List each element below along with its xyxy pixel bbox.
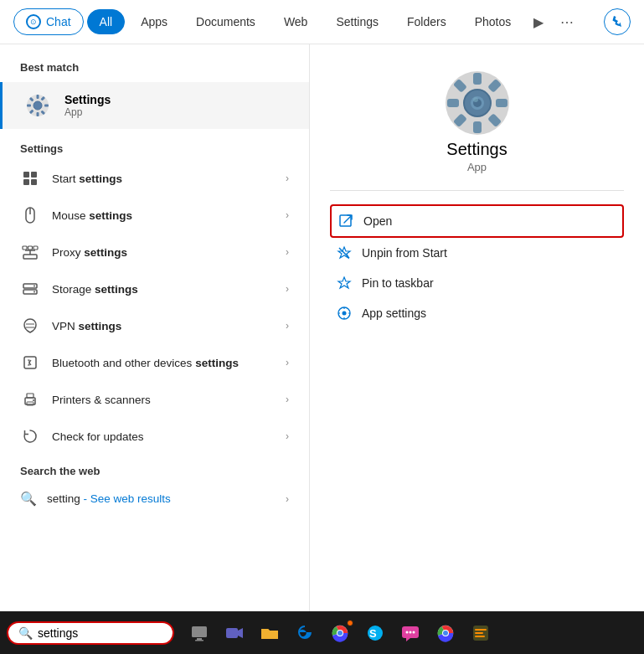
svg-rect-55 [195, 640, 204, 641]
list-item[interactable]: Check for updates › [0, 418, 309, 455]
svg-rect-2 [37, 95, 39, 99]
open-action[interactable]: Open [330, 204, 624, 238]
web-tab-label: Web [284, 15, 308, 28]
svg-point-65 [406, 631, 409, 633]
taskbar-chrome-icon[interactable] [430, 618, 461, 648]
chevron-icon: › [286, 394, 289, 405]
list-item[interactable]: Start settings › [0, 160, 309, 197]
svg-rect-56 [226, 628, 238, 638]
taskbar-edge-icon[interactable] [290, 618, 320, 648]
list-item[interactable]: Storage settings › [0, 270, 309, 307]
best-match-text: Settings App [64, 93, 111, 118]
tab-folders[interactable]: Folders [394, 9, 459, 34]
taskbar-videocall-icon[interactable] [219, 618, 250, 648]
chevron-icon: › [286, 357, 289, 368]
taskbar-desktop-icon[interactable] [184, 618, 214, 648]
search-web-title: Search the web [20, 465, 289, 477]
chevron-icon: › [286, 283, 289, 295]
svg-rect-33 [473, 121, 482, 133]
svg-rect-10 [23, 172, 29, 178]
settings-tab-label: Settings [336, 15, 379, 28]
unpin-start-action[interactable]: Unpin from Start [330, 238, 624, 268]
proxy-settings-icon [20, 242, 40, 262]
open-icon [337, 214, 355, 229]
tab-settings[interactable]: Settings [323, 9, 391, 34]
taskbar: 🔍 settings [0, 611, 644, 654]
unpin-icon [335, 245, 353, 260]
chevron-icon: › [286, 320, 289, 332]
folders-tab-label: Folders [407, 15, 446, 28]
nav-tabs: ⊙ Chat All Apps Documents Web Settings F… [0, 0, 644, 44]
tab-chat[interactable]: ⊙ Chat [13, 8, 84, 35]
web-search-query: setting [47, 492, 80, 505]
list-item[interactable]: Printers & scanners › [0, 381, 309, 418]
list-item-label: Check for updates [52, 430, 274, 443]
chevron-icon: › [286, 209, 289, 221]
svg-rect-32 [473, 73, 482, 85]
pin-taskbar-label: Pin to taskbar [362, 276, 434, 290]
svg-rect-16 [23, 255, 37, 259]
app-settings-action[interactable]: App settings [330, 298, 624, 328]
taskbar-folder-icon[interactable] [255, 618, 285, 648]
svg-rect-21 [33, 246, 38, 250]
taskbar-skype-icon[interactable]: S [360, 618, 390, 648]
svg-point-70 [443, 631, 448, 636]
taskbar-chat-icon[interactable] [395, 618, 425, 648]
more-button[interactable]: ⋯ [554, 9, 580, 35]
best-match-item[interactable]: Settings App [0, 82, 309, 129]
tab-documents[interactable]: Documents [183, 9, 268, 34]
bluetooth-settings-icon [20, 353, 40, 373]
svg-rect-5 [44, 105, 49, 107]
svg-point-30 [33, 399, 34, 401]
apps-tab-label: Apps [141, 15, 167, 28]
taskbar-sublime-icon[interactable] [466, 618, 496, 648]
svg-point-25 [33, 291, 35, 293]
svg-rect-26 [24, 357, 36, 368]
svg-rect-20 [28, 246, 33, 250]
update-icon [20, 426, 40, 446]
web-search-item[interactable]: 🔍 setting - See web results › [20, 482, 289, 515]
svg-marker-64 [406, 638, 410, 641]
content-area: Best match [0, 44, 644, 611]
tab-web[interactable]: Web [271, 9, 321, 34]
chat-tab-label: Chat [46, 15, 71, 28]
photos-tab-label: Photos [475, 15, 512, 28]
action-list: Open Unpin from Start [330, 204, 624, 328]
vpn-settings-icon [20, 316, 40, 336]
open-label: Open [363, 214, 392, 228]
svg-point-43 [473, 97, 478, 102]
play-button[interactable]: ▶ [527, 9, 550, 35]
svg-rect-19 [23, 246, 27, 250]
best-match-name: Settings [64, 93, 111, 106]
pin-taskbar-action[interactable]: Pin to taskbar [330, 268, 624, 298]
left-panel: Best match [0, 44, 310, 611]
svg-point-60 [337, 631, 343, 636]
list-item[interactable]: Proxy settings › [0, 234, 309, 270]
best-match-type: App [64, 106, 111, 118]
taskbar-icons: S [184, 618, 496, 648]
tab-photos[interactable]: Photos [462, 9, 524, 34]
svg-line-45 [344, 216, 351, 223]
svg-rect-54 [197, 638, 202, 640]
bing-icon[interactable] [604, 8, 631, 35]
svg-rect-53 [192, 626, 207, 637]
notification-badge [347, 620, 353, 626]
best-match-title: Best match [0, 58, 309, 82]
svg-text:S: S [369, 627, 377, 640]
svg-point-24 [33, 286, 35, 287]
tab-apps[interactable]: Apps [128, 9, 180, 34]
search-panel: ⊙ Chat All Apps Documents Web Settings F… [0, 0, 644, 611]
storage-settings-icon [20, 279, 40, 299]
list-item[interactable]: Bluetooth and other devices settings › [0, 344, 309, 381]
list-item-label: Printers & scanners [52, 394, 274, 406]
mouse-settings-icon [20, 205, 40, 225]
tab-all[interactable]: All [87, 9, 126, 34]
list-item[interactable]: VPN settings › [0, 307, 309, 344]
list-item-label: Bluetooth and other devices settings [52, 357, 274, 369]
svg-marker-57 [238, 628, 243, 638]
taskbar-chrome-notif-icon[interactable] [325, 618, 355, 648]
list-item[interactable]: Mouse settings › [0, 197, 309, 234]
taskbar-search-box[interactable]: 🔍 settings [7, 621, 174, 645]
documents-tab-label: Documents [196, 15, 255, 28]
svg-rect-4 [27, 105, 31, 107]
